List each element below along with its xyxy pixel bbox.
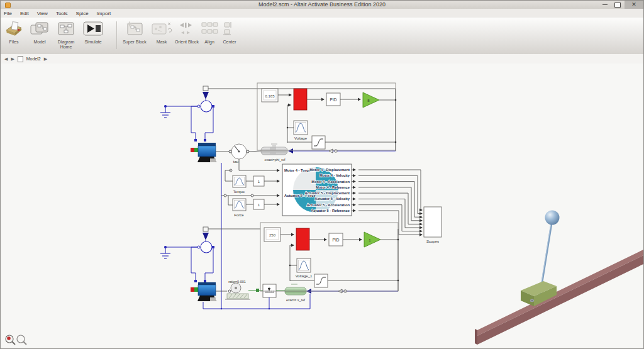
voltage1-scope-block[interactable]: Voltage_1 — [296, 258, 313, 278]
app-window: tau exact=phi_ref 0.165 — [0, 0, 644, 349]
svg-text:Actuator 5 - Displacement: Actuator 5 - Displacement — [304, 191, 350, 195]
svg-text:PID: PID — [333, 238, 340, 242]
nav-back-icon[interactable]: ◀ — [4, 57, 8, 62]
rail-end-cap — [475, 329, 477, 345]
menu-tools[interactable]: Tools — [56, 11, 68, 16]
svg-text:0.165: 0.165 — [265, 94, 275, 98]
zoom-red-dot — [7, 336, 11, 340]
nav-forward-icon[interactable]: ▶ — [11, 57, 14, 62]
saturation-block-top[interactable] — [312, 136, 325, 149]
svg-text:Voltage: Voltage — [294, 136, 308, 140]
plant-block[interactable]: Motor 4 - Torque Actuator 5 - Force Moto… — [282, 164, 352, 216]
rail-top-face — [477, 249, 644, 336]
sum-block-top[interactable] — [294, 89, 307, 110]
menu-import[interactable]: Import — [97, 11, 111, 16]
constant-block-250[interactable]: 250 — [264, 228, 280, 241]
svg-text:Motor 4 - Torque: Motor 4 - Torque — [284, 169, 313, 172]
pendulum-bob — [545, 211, 560, 225]
force-unit-gain[interactable]: 1 — [253, 199, 264, 209]
maximize-icon — [614, 3, 621, 8]
menu-spice[interactable]: Spice — [76, 11, 89, 16]
top-control-loop[interactable]: 0.165 PID 8 Voltage — [257, 83, 396, 151]
breadcrumb-item[interactable]: Model2 — [26, 57, 41, 61]
model-icon — [30, 19, 50, 38]
breadcrumb-caret-icon[interactable]: ▶ — [44, 57, 47, 62]
svg-text:exact= x_ref: exact= x_ref — [286, 298, 306, 302]
bottom-control-loop[interactable]: 250 PID 1 Voltage_1 — [260, 223, 399, 291]
constant-block-0165[interactable]: 0.165 — [262, 89, 278, 102]
svg-text:Actuator 5 - Acceleration: Actuator 5 - Acceleration — [307, 203, 350, 207]
svg-text:PID: PID — [330, 97, 337, 102]
maximize-button[interactable] — [612, 1, 623, 9]
window-title: Model2.scm - Altair Activate Business Ed… — [1, 1, 643, 8]
torque-unit-gain[interactable]: 1 — [253, 176, 264, 186]
title-bar: Model2.scm - Altair Activate Business Ed… — [1, 1, 643, 9]
super-block-icon — [125, 19, 145, 38]
3d-pendulum-view[interactable] — [475, 211, 644, 345]
phi-ref-cylinder[interactable]: exact=phi_ref — [261, 144, 287, 162]
mask-icon — [150, 19, 173, 38]
center-button[interactable]: Center — [219, 19, 240, 45]
dc-motor-bottom[interactable] — [191, 282, 216, 301]
gain-block-top[interactable]: 8 — [363, 92, 379, 108]
orient-block-button[interactable]: Orient Block — [174, 19, 199, 45]
diagram-home-button[interactable]: Diagram Home — [53, 19, 79, 50]
center-icon — [222, 19, 237, 38]
pid-block-top[interactable]: PID — [326, 93, 340, 106]
svg-text:ratio=0.001: ratio=0.001 — [228, 280, 246, 284]
svg-text:Actuator 5 - Velocity: Actuator 5 - Velocity — [314, 197, 350, 201]
mask-button[interactable]: Mask — [150, 19, 173, 45]
close-button[interactable]: ✕ — [625, 1, 643, 9]
menu-view[interactable]: View — [37, 11, 48, 16]
torque-input-chain[interactable]: Torque 1 — [225, 159, 279, 194]
torque-scope-block[interactable]: Torque — [233, 175, 246, 194]
simulate-button[interactable]: Simulate — [80, 19, 106, 45]
dc-motor-top[interactable] — [191, 143, 216, 162]
ground-symbol-bottom — [160, 247, 170, 259]
svg-text:Actuator 5 - Reference: Actuator 5 - Reference — [311, 209, 350, 213]
breadcrumb: ◀ ▶ Model2 ▶ — [1, 54, 644, 64]
voltage-scope-block[interactable]: Voltage — [294, 121, 308, 140]
close-icon: ✕ — [631, 2, 636, 8]
force-scope-block[interactable]: Force — [233, 199, 246, 217]
scopes-block[interactable]: Scopes — [424, 207, 441, 243]
menu-file[interactable]: File — [4, 11, 12, 16]
ribbon-toolbar: Files Model Diagram Home — [1, 18, 643, 55]
model-button[interactable]: Model — [28, 19, 51, 45]
files-icon — [4, 19, 24, 38]
svg-text:Motor 4 - Velocity: Motor 4 - Velocity — [319, 174, 350, 177]
rail-front-face — [477, 255, 644, 345]
saturation-block-bottom[interactable] — [314, 274, 328, 287]
model-doc-icon — [18, 56, 23, 62]
svg-text:250: 250 — [269, 233, 276, 237]
signal-to-voltage-arrow-bottom — [203, 227, 209, 241]
svg-text:tau: tau — [233, 160, 238, 163]
gain-block-bottom[interactable]: 1 — [364, 232, 380, 247]
svg-text:Motor 4 - Acceleration: Motor 4 - Acceleration — [311, 180, 350, 184]
align-icon — [201, 19, 218, 38]
simulate-icon — [82, 19, 104, 38]
diagram-home-icon — [56, 19, 76, 38]
svg-text:exact=phi_ref: exact=phi_ref — [264, 158, 286, 162]
sum-block-bottom[interactable] — [296, 228, 309, 250]
voltage-source-top[interactable] — [197, 101, 214, 112]
voltage-source-bottom[interactable] — [197, 241, 214, 253]
ground-symbol-top — [160, 106, 170, 118]
align-button[interactable]: Align — [201, 19, 218, 45]
zoom-in-button[interactable] — [6, 335, 15, 345]
rack-pinion-block[interactable]: ratio=0.001 — [225, 280, 250, 299]
scope-routing-wires — [352, 170, 422, 235]
x-ref-cylinder[interactable]: exact= x_ref — [285, 284, 306, 302]
position-sensor-block[interactable] — [263, 284, 276, 297]
zoom-out-button[interactable] — [17, 335, 26, 345]
signal-to-voltage-arrow-top — [203, 86, 209, 101]
menu-edit[interactable]: Edit — [20, 11, 29, 16]
files-button[interactable]: Files — [2, 19, 26, 45]
svg-text:Voltage_1: Voltage_1 — [296, 274, 313, 278]
minimize-button[interactable] — [599, 1, 611, 9]
pid-block-bottom[interactable]: PID — [329, 233, 343, 246]
super-block-button[interactable]: Super Block — [120, 19, 149, 45]
orient-block-icon — [178, 19, 196, 38]
flow-arrow — [288, 148, 293, 153]
superblock-frame-bottom — [260, 223, 398, 291]
